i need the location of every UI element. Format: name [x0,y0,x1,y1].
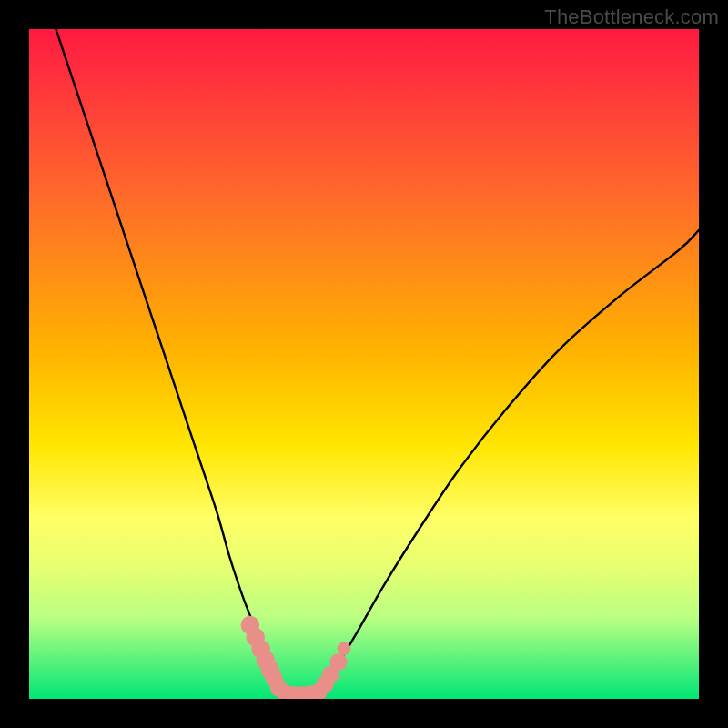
chart-frame: TheBottleneck.com [0,0,728,728]
series-right-curve [324,230,699,685]
series-left-curve [56,29,277,685]
marker-dot [329,653,347,671]
plot-area [29,29,699,699]
marker-dot [338,642,351,655]
curves-svg [29,29,699,699]
watermark-text: TheBottleneck.com [544,5,719,29]
